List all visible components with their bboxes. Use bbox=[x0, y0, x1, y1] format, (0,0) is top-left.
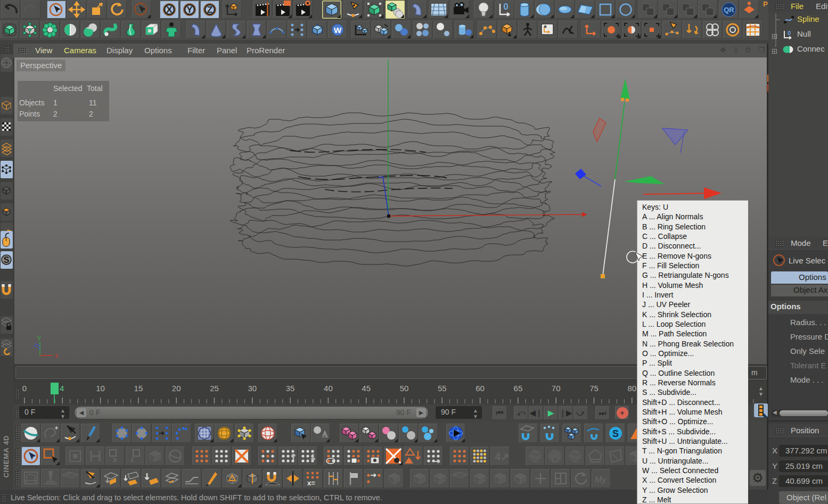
svg-text:Y: Y bbox=[37, 334, 42, 342]
svg-text:75: 75 bbox=[589, 384, 599, 393]
svg-text:55: 55 bbox=[438, 384, 447, 393]
svg-text:Y: Y bbox=[186, 5, 193, 15]
svg-text:45: 45 bbox=[362, 384, 371, 393]
svg-text:S: S bbox=[4, 255, 10, 265]
svg-text:W: W bbox=[334, 26, 342, 35]
svg-text:x=: x= bbox=[307, 479, 315, 487]
svg-text:Z: Z bbox=[207, 5, 212, 15]
svg-text:35: 35 bbox=[286, 384, 295, 393]
svg-text:30: 30 bbox=[248, 384, 257, 393]
svg-text:65: 65 bbox=[514, 384, 523, 393]
svg-text:15: 15 bbox=[134, 384, 143, 393]
svg-text:4↗: 4↗ bbox=[495, 451, 510, 462]
svg-text:60: 60 bbox=[476, 384, 485, 393]
svg-text:QR: QR bbox=[724, 6, 734, 14]
svg-text:20: 20 bbox=[172, 384, 181, 393]
svg-text:40: 40 bbox=[324, 384, 333, 393]
svg-text:x: x bbox=[55, 352, 58, 359]
svg-text:S: S bbox=[612, 428, 619, 439]
svg-text:My: My bbox=[595, 475, 606, 484]
svg-text:z: z bbox=[34, 342, 37, 348]
svg-text:0: 0 bbox=[788, 30, 791, 36]
svg-text:50: 50 bbox=[400, 384, 409, 393]
svg-text:0: 0 bbox=[22, 384, 27, 393]
svg-text:4: 4 bbox=[60, 384, 64, 393]
svg-text:80: 80 bbox=[627, 384, 636, 393]
svg-text:X: X bbox=[166, 5, 173, 15]
svg-text:25: 25 bbox=[210, 384, 219, 393]
svg-text:70: 70 bbox=[552, 384, 561, 393]
svg-text:0: 0 bbox=[503, 2, 508, 12]
svg-text:10: 10 bbox=[96, 384, 105, 393]
